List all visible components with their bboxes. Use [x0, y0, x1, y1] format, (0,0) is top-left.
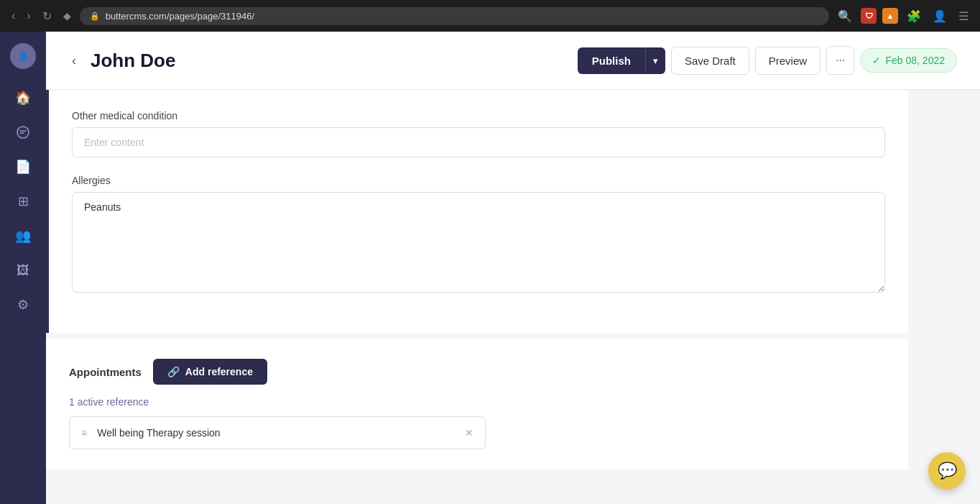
- allergies-textarea[interactable]: Peanuts: [72, 192, 885, 293]
- other-medical-label: Other medical condition: [72, 110, 885, 122]
- appointments-section: Appointments 🔗 Add reference 1 active re…: [46, 339, 908, 469]
- publish-dropdown-button[interactable]: ▾: [645, 47, 665, 74]
- lock-icon: 🔒: [90, 12, 100, 21]
- avatar[interactable]: 👤: [10, 43, 36, 69]
- url-text: buttercms.com/pages/page/311946/: [106, 11, 254, 22]
- forward-nav-button[interactable]: ›: [24, 6, 33, 25]
- remove-reference-button[interactable]: ✕: [465, 427, 473, 439]
- other-medical-field-group: Other medical condition: [72, 110, 885, 157]
- search-browser-button[interactable]: 🔍: [835, 6, 855, 26]
- address-bar[interactable]: 🔒 buttercms.com/pages/page/311946/: [80, 7, 829, 25]
- status-badge: ✓ Feb 08, 2022: [860, 48, 957, 73]
- page-title: John Doe: [91, 50, 566, 72]
- publish-button-group: Publish ▾: [578, 47, 665, 74]
- status-date: Feb 08, 2022: [885, 55, 945, 66]
- allergies-field-group: Allergies Peanuts: [72, 175, 885, 295]
- sidebar-item-components[interactable]: ⊞: [9, 187, 37, 216]
- sidebar-item-pages[interactable]: 📄: [9, 152, 37, 181]
- publish-button[interactable]: Publish: [578, 47, 645, 74]
- back-nav-button[interactable]: ‹: [9, 6, 18, 25]
- other-medical-input[interactable]: [72, 127, 885, 157]
- appointments-header: Appointments 🔗 Add reference: [69, 359, 885, 385]
- extensions-button[interactable]: 🧩: [904, 6, 924, 26]
- extension-orange[interactable]: ▲: [882, 8, 898, 24]
- appointments-label: Appointments: [69, 366, 142, 378]
- preview-button[interactable]: Preview: [755, 47, 820, 75]
- svg-point-0: [17, 127, 29, 138]
- sidebar-item-home[interactable]: 🏠: [9, 83, 37, 112]
- content-area: Other medical condition Allergies Peanut…: [46, 90, 908, 469]
- chat-bubble-button[interactable]: 💬: [928, 452, 966, 490]
- profile-button[interactable]: 👤: [930, 6, 950, 26]
- add-reference-button[interactable]: 🔗 Add reference: [153, 359, 267, 385]
- extension-red[interactable]: 🛡: [861, 8, 877, 24]
- avatar-img: 👤: [18, 51, 29, 61]
- reload-button[interactable]: ↻: [40, 6, 55, 26]
- allergies-label: Allergies: [72, 175, 885, 186]
- menu-button[interactable]: ☰: [956, 6, 971, 26]
- sidebar-item-blog[interactable]: [9, 118, 37, 147]
- chat-icon: 💬: [938, 462, 957, 480]
- sidebar: 👤 🏠 📄 ⊞ 👥 🖼 ⚙: [0, 0, 46, 504]
- browser-actions: 🔍 🛡 ▲ 🧩 👤 ☰: [835, 6, 971, 26]
- reference-item: ≡ Well being Therapy session ✕: [69, 416, 486, 449]
- sidebar-item-media[interactable]: 🖼: [9, 256, 37, 285]
- main-wrapper: ‹ John Doe Publish ▾ Save Draft Preview …: [46, 32, 980, 504]
- header-actions: Publish ▾ Save Draft Preview ··· ✓ Feb 0…: [578, 46, 957, 75]
- form-section: Other medical condition Allergies Peanut…: [46, 90, 908, 333]
- link-icon: 🔗: [167, 366, 180, 377]
- sidebar-item-users-mgmt[interactable]: 👥: [9, 221, 37, 250]
- page-header: ‹ John Doe Publish ▾ Save Draft Preview …: [46, 32, 980, 90]
- back-button[interactable]: ‹: [69, 50, 79, 71]
- status-check-icon: ✓: [872, 55, 881, 66]
- add-reference-label: Add reference: [185, 366, 253, 377]
- sidebar-item-settings[interactable]: ⚙: [9, 290, 37, 319]
- more-options-button[interactable]: ···: [826, 46, 854, 75]
- browser-chrome: ‹ › ↻ ◆ 🔒 buttercms.com/pages/page/31194…: [0, 0, 980, 32]
- bookmark-button[interactable]: ◆: [60, 7, 74, 24]
- save-draft-button[interactable]: Save Draft: [671, 47, 749, 75]
- reference-name: Well being Therapy session: [97, 427, 458, 439]
- drag-handle-icon[interactable]: ≡: [81, 427, 87, 439]
- active-reference-text: 1 active reference: [69, 396, 885, 408]
